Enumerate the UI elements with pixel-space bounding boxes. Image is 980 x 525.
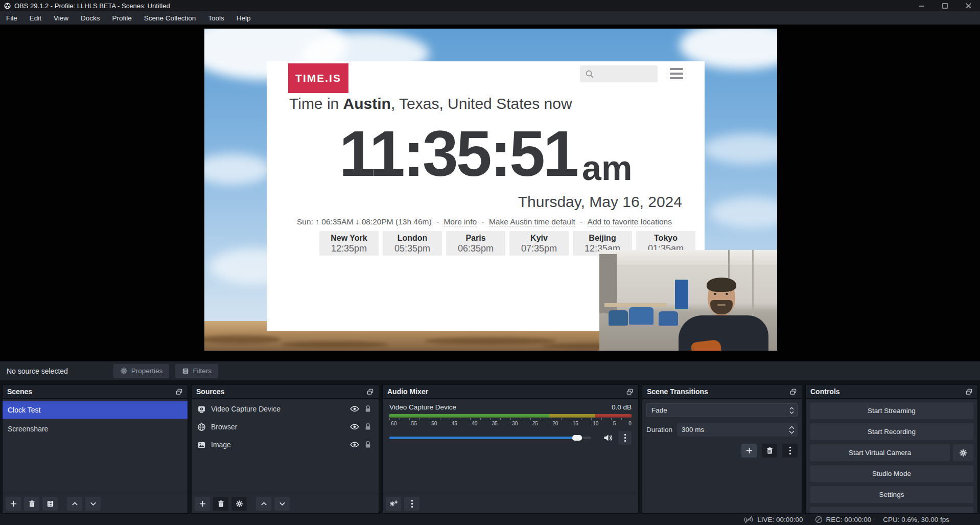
controls-panel: Controls Start Streaming Start Recording… [805, 384, 978, 514]
source-properties-button[interactable] [231, 497, 247, 511]
hamburger-menu-button[interactable] [670, 68, 683, 79]
spin-up-icon[interactable] [789, 426, 795, 429]
mixer-toolbar [383, 494, 638, 513]
maximize-button[interactable] [933, 0, 956, 11]
channel-menu-button[interactable] [618, 431, 632, 445]
add-scene-button[interactable] [6, 497, 21, 511]
office-chair [659, 311, 678, 326]
gear-icon [236, 500, 243, 508]
city-card-paris[interactable]: Paris 06:35pm [446, 231, 505, 256]
sun-times: Sun: ↑ 06:35AM ↓ 08:20PM (13h 46m) [297, 217, 432, 226]
controls-header: Controls [806, 385, 977, 399]
scene-preview[interactable]: TIME.IS Time in Austin, Texas, United St… [204, 29, 777, 351]
source-item-video-capture[interactable]: Video Capture Device [192, 401, 379, 417]
filters-button[interactable]: Filters [175, 364, 218, 378]
start-streaming-button[interactable]: Start Streaming [810, 402, 973, 419]
remove-scene-button[interactable] [24, 497, 39, 511]
move-scene-up-button[interactable] [67, 497, 82, 511]
current-date: Thursday, May 16, 2024 [518, 193, 682, 211]
virtual-camera-settings-button[interactable] [953, 444, 973, 461]
remove-source-button[interactable] [213, 497, 228, 511]
page-heading: Time in Austin, Texas, United States now [289, 95, 572, 112]
select-spinner[interactable] [786, 404, 797, 417]
exit-button[interactable]: Exit [810, 507, 973, 513]
duration-spinbox[interactable]: 300 ms [677, 423, 798, 437]
speaker-icon[interactable] [603, 433, 613, 442]
volume-slider-handle[interactable] [572, 435, 582, 441]
advanced-audio-button[interactable] [386, 497, 401, 511]
source-item-image[interactable]: Image [192, 437, 379, 452]
menu-item-help[interactable]: Help [230, 11, 257, 25]
studio-mode-button[interactable]: Studio Mode [810, 465, 973, 482]
menu-item-edit[interactable]: Edit [24, 11, 48, 25]
move-source-up-button[interactable] [256, 497, 271, 511]
add-transition-button[interactable] [741, 444, 757, 458]
scenes-panel-title: Scenes [7, 387, 32, 396]
city-card-london[interactable]: London 05:35pm [383, 231, 442, 256]
move-source-down-button[interactable] [274, 497, 290, 511]
start-virtual-camera-button[interactable]: Start Virtual Camera [810, 444, 950, 461]
add-favorite-link[interactable]: Add to favorite locations [588, 217, 672, 226]
window-title: OBS 29.1.2 - Profile: LLHLS BETA - Scene… [14, 2, 170, 10]
source-item-browser[interactable]: Browser [192, 419, 379, 435]
make-default-link[interactable]: Make Austin time default [489, 217, 575, 226]
eye-icon[interactable] [350, 405, 359, 413]
scene-item-screenshare[interactable]: Screenshare [3, 420, 188, 438]
stream-inactive-icon [743, 516, 754, 523]
minimize-button[interactable] [909, 0, 933, 11]
program-canvas: TIME.IS Time in Austin, Texas, United St… [0, 25, 980, 361]
properties-button[interactable]: Properties [113, 364, 170, 378]
popout-icon [175, 388, 183, 396]
start-recording-button[interactable]: Start Recording [810, 423, 973, 440]
more-info-link[interactable]: More info [444, 217, 477, 226]
audio-mixer-panel: Audio Mixer Video Capture Device 0.0 dB … [382, 384, 639, 514]
office-chair [609, 310, 628, 326]
volume-slider[interactable] [389, 437, 591, 439]
double-gear-icon [389, 500, 398, 508]
scene-item-clock-test[interactable]: Clock Test [3, 401, 188, 419]
cloud-decoration [710, 197, 777, 228]
eye-icon[interactable] [350, 441, 359, 449]
scene-filters-button[interactable] [42, 497, 58, 511]
mixer-menu-button[interactable] [404, 497, 419, 511]
menu-item-scene-collection[interactable]: Scene Collection [138, 11, 202, 25]
menu-item-docks[interactable]: Docks [75, 11, 106, 25]
menu-item-profile[interactable]: Profile [106, 11, 138, 25]
obs-logo-icon [4, 3, 11, 9]
spin-down-icon[interactable] [789, 430, 795, 434]
popout-icon [366, 388, 374, 396]
add-source-button[interactable] [195, 497, 210, 511]
transitions-body: Fade Duration 300 ms [642, 399, 802, 513]
kebab-menu-icon [411, 499, 413, 508]
close-button[interactable] [956, 0, 980, 11]
menu-item-view[interactable]: View [48, 11, 75, 25]
transition-menu-button[interactable] [782, 444, 798, 458]
duration-label: Duration [646, 426, 672, 433]
chevron-down-icon [789, 411, 794, 414]
cloud-decoration [703, 133, 777, 164]
move-scene-down-button[interactable] [85, 497, 101, 511]
cloud-decoration [204, 154, 271, 185]
timeis-logo[interactable]: TIME.IS [288, 63, 348, 93]
lock-icon[interactable] [364, 405, 371, 413]
trash-icon [217, 500, 225, 508]
transition-select[interactable]: Fade [646, 403, 798, 417]
person-eye [726, 293, 728, 295]
lock-icon[interactable] [364, 423, 371, 431]
city-card-kyiv[interactable]: Kyiv 07:35pm [509, 231, 569, 256]
record-inactive-icon [815, 516, 823, 523]
dock-area: Scenes Clock Test Screenshare [0, 380, 980, 514]
menu-item-tools[interactable]: Tools [202, 11, 230, 25]
settings-button[interactable]: Settings [810, 486, 973, 503]
eye-icon[interactable] [350, 423, 359, 431]
remove-transition-button[interactable] [762, 444, 777, 458]
menu-item-file[interactable]: File [0, 11, 24, 25]
meter-scale: -60-55-50-45-40-35-30-25-20-15-10-50 [389, 421, 632, 426]
audio-mixer-header: Audio Mixer [383, 385, 638, 399]
search-icon [585, 70, 594, 79]
city-card-new-york[interactable]: New York 12:35pm [319, 231, 379, 256]
lock-icon[interactable] [364, 441, 371, 449]
search-input[interactable] [580, 65, 658, 82]
filter-icon [182, 368, 189, 375]
plus-icon [745, 447, 753, 454]
